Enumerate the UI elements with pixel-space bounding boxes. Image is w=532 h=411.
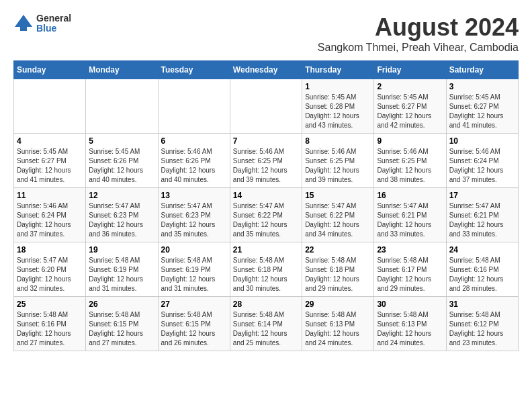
day-info: Sunrise: 5:48 AM Sunset: 6:15 PM Dayligh… [161,310,227,348]
logo-general-text: General [36,13,71,24]
day-cell: 11Sunrise: 5:46 AM Sunset: 6:24 PM Dayli… [14,188,86,242]
header-day-tuesday: Tuesday [158,61,230,79]
day-cell: 3Sunrise: 5:45 AM Sunset: 6:27 PM Daylig… [446,79,518,134]
day-info: Sunrise: 5:46 AM Sunset: 6:25 PM Dayligh… [377,147,443,185]
day-info: Sunrise: 5:48 AM Sunset: 6:18 PM Dayligh… [233,256,299,293]
day-number: 17 [449,191,515,200]
day-cell: 2Sunrise: 5:45 AM Sunset: 6:27 PM Daylig… [374,79,446,134]
day-info: Sunrise: 5:48 AM Sunset: 6:16 PM Dayligh… [449,256,515,293]
header: General Blue August 2024 Sangkom Thmei, … [13,13,519,54]
day-info: Sunrise: 5:47 AM Sunset: 6:21 PM Dayligh… [449,201,515,239]
day-info: Sunrise: 5:45 AM Sunset: 6:27 PM Dayligh… [17,147,83,185]
day-cell: 1Sunrise: 5:45 AM Sunset: 6:28 PM Daylig… [302,79,374,134]
day-info: Sunrise: 5:47 AM Sunset: 6:20 PM Dayligh… [17,256,83,293]
day-number: 29 [305,300,371,309]
day-cell: 19Sunrise: 5:48 AM Sunset: 6:19 PM Dayli… [86,242,158,297]
day-cell: 31Sunrise: 5:48 AM Sunset: 6:12 PM Dayli… [446,297,518,351]
calendar-header: SundayMondayTuesdayWednesdayThursdayFrid… [14,61,519,79]
day-number: 12 [89,191,154,200]
day-cell: 29Sunrise: 5:48 AM Sunset: 6:13 PM Dayli… [302,297,374,351]
day-cell: 28Sunrise: 5:48 AM Sunset: 6:14 PM Dayli… [230,297,302,351]
day-cell: 25Sunrise: 5:48 AM Sunset: 6:16 PM Dayli… [14,297,86,351]
day-number: 7 [233,136,299,146]
week-row-1: 4Sunrise: 5:45 AM Sunset: 6:27 PM Daylig… [14,134,519,188]
logo-icon [13,13,34,34]
day-number: 13 [161,191,227,200]
day-number: 26 [89,300,154,309]
day-number: 22 [305,245,371,255]
calendar-table: SundayMondayTuesdayWednesdayThursdayFrid… [13,60,519,351]
day-info: Sunrise: 5:45 AM Sunset: 6:28 PM Dayligh… [305,93,371,130]
day-cell: 20Sunrise: 5:48 AM Sunset: 6:19 PM Dayli… [158,242,230,297]
svg-marker-0 [15,15,32,27]
day-info: Sunrise: 5:47 AM Sunset: 6:21 PM Dayligh… [377,201,443,239]
day-info: Sunrise: 5:46 AM Sunset: 6:24 PM Dayligh… [17,201,83,239]
day-number: 23 [377,245,443,255]
day-info: Sunrise: 5:45 AM Sunset: 6:27 PM Dayligh… [377,93,443,130]
day-info: Sunrise: 5:47 AM Sunset: 6:22 PM Dayligh… [305,201,371,239]
calendar-body: 1Sunrise: 5:45 AM Sunset: 6:28 PM Daylig… [14,79,519,351]
day-info: Sunrise: 5:48 AM Sunset: 6:13 PM Dayligh… [305,310,371,348]
day-info: Sunrise: 5:47 AM Sunset: 6:23 PM Dayligh… [89,201,154,239]
week-row-4: 25Sunrise: 5:48 AM Sunset: 6:16 PM Dayli… [14,297,519,351]
day-info: Sunrise: 5:45 AM Sunset: 6:27 PM Dayligh… [449,93,515,130]
day-number: 31 [449,300,515,309]
day-cell: 26Sunrise: 5:48 AM Sunset: 6:15 PM Dayli… [86,297,158,351]
day-cell [86,79,158,134]
day-number: 27 [161,300,227,309]
day-info: Sunrise: 5:48 AM Sunset: 6:15 PM Dayligh… [89,310,154,348]
week-row-0: 1Sunrise: 5:45 AM Sunset: 6:28 PM Daylig… [14,79,519,134]
day-number: 28 [233,300,299,309]
day-cell: 5Sunrise: 5:45 AM Sunset: 6:26 PM Daylig… [86,134,158,188]
day-number: 30 [377,300,443,309]
day-number: 16 [377,191,443,200]
day-cell: 30Sunrise: 5:48 AM Sunset: 6:13 PM Dayli… [374,297,446,351]
week-row-3: 18Sunrise: 5:47 AM Sunset: 6:20 PM Dayli… [14,242,519,297]
day-cell: 22Sunrise: 5:48 AM Sunset: 6:18 PM Dayli… [302,242,374,297]
header-day-saturday: Saturday [446,61,518,79]
day-info: Sunrise: 5:46 AM Sunset: 6:25 PM Dayligh… [305,147,371,185]
day-cell: 21Sunrise: 5:48 AM Sunset: 6:18 PM Dayli… [230,242,302,297]
logo-blue-text: Blue [36,24,71,34]
title-section: August 2024 Sangkom Thmei, Preah Vihear,… [318,13,519,54]
day-cell: 23Sunrise: 5:48 AM Sunset: 6:17 PM Dayli… [374,242,446,297]
day-info: Sunrise: 5:47 AM Sunset: 6:23 PM Dayligh… [161,201,227,239]
day-cell: 16Sunrise: 5:47 AM Sunset: 6:21 PM Dayli… [374,188,446,242]
day-cell [158,79,230,134]
day-info: Sunrise: 5:48 AM Sunset: 6:13 PM Dayligh… [377,310,443,348]
day-number: 19 [89,245,154,255]
day-info: Sunrise: 5:46 AM Sunset: 6:26 PM Dayligh… [161,147,227,185]
day-cell: 18Sunrise: 5:47 AM Sunset: 6:20 PM Dayli… [14,242,86,297]
day-cell: 24Sunrise: 5:48 AM Sunset: 6:16 PM Dayli… [446,242,518,297]
day-cell: 27Sunrise: 5:48 AM Sunset: 6:15 PM Dayli… [158,297,230,351]
day-number: 3 [449,82,515,91]
subtitle: Sangkom Thmei, Preah Vihear, Cambodia [318,42,519,54]
day-number: 2 [377,82,443,91]
day-info: Sunrise: 5:48 AM Sunset: 6:19 PM Dayligh… [89,256,154,293]
day-info: Sunrise: 5:48 AM Sunset: 6:19 PM Dayligh… [161,256,227,293]
day-cell: 4Sunrise: 5:45 AM Sunset: 6:27 PM Daylig… [14,134,86,188]
week-row-2: 11Sunrise: 5:46 AM Sunset: 6:24 PM Dayli… [14,188,519,242]
day-cell: 7Sunrise: 5:46 AM Sunset: 6:25 PM Daylig… [230,134,302,188]
day-number: 20 [161,245,227,255]
day-info: Sunrise: 5:47 AM Sunset: 6:22 PM Dayligh… [233,201,299,239]
day-number: 5 [89,136,154,146]
day-number: 4 [17,136,83,146]
day-info: Sunrise: 5:45 AM Sunset: 6:26 PM Dayligh… [89,147,154,185]
day-cell: 12Sunrise: 5:47 AM Sunset: 6:23 PM Dayli… [86,188,158,242]
day-info: Sunrise: 5:48 AM Sunset: 6:18 PM Dayligh… [305,256,371,293]
header-day-wednesday: Wednesday [230,61,302,79]
day-cell: 14Sunrise: 5:47 AM Sunset: 6:22 PM Dayli… [230,188,302,242]
day-cell: 13Sunrise: 5:47 AM Sunset: 6:23 PM Dayli… [158,188,230,242]
header-day-thursday: Thursday [302,61,374,79]
day-cell: 10Sunrise: 5:46 AM Sunset: 6:24 PM Dayli… [446,134,518,188]
logo-text: General Blue [36,13,71,34]
day-number: 21 [233,245,299,255]
logo: General Blue [13,13,71,34]
day-number: 18 [17,245,83,255]
day-info: Sunrise: 5:48 AM Sunset: 6:14 PM Dayligh… [233,310,299,348]
day-info: Sunrise: 5:48 AM Sunset: 6:12 PM Dayligh… [449,310,515,348]
day-cell: 17Sunrise: 5:47 AM Sunset: 6:21 PM Dayli… [446,188,518,242]
day-number: 25 [17,300,83,309]
day-info: Sunrise: 5:46 AM Sunset: 6:25 PM Dayligh… [233,147,299,185]
